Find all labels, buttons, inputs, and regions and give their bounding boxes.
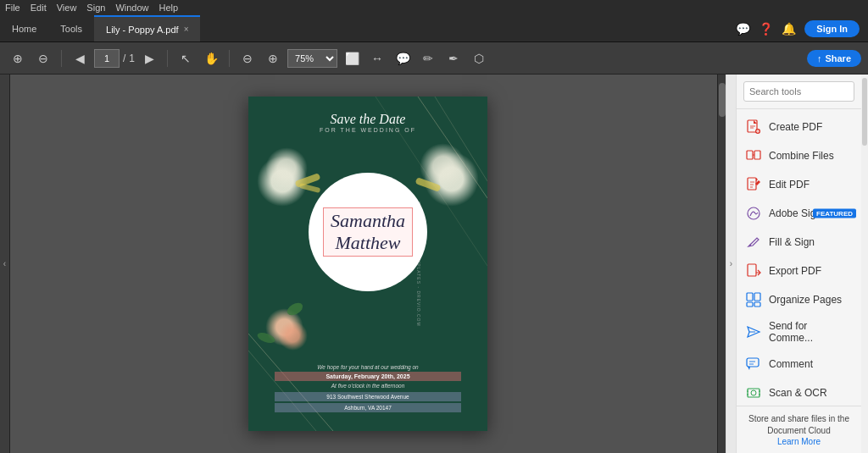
svg-point-18 <box>751 390 756 395</box>
featured-badge: FEATURED <box>813 209 856 218</box>
menu-edit[interactable]: Edit <box>31 3 47 13</box>
svg-rect-11 <box>748 264 756 276</box>
add-page-button[interactable]: ⊕ <box>7 47 29 69</box>
tool-send-comment[interactable]: Send for Comme... <box>737 314 861 350</box>
pdf-document: Save the Date FOR THE WEDDING OF Samant <box>248 97 487 431</box>
bottom-text-section: We hope for your hand at our wedding on … <box>275 364 461 414</box>
share-icon: ↑ <box>817 53 822 64</box>
tools-search-input[interactable] <box>743 81 854 102</box>
left-panel-toggle[interactable]: ‹ <box>0 75 10 453</box>
page-separator: / <box>123 52 125 64</box>
address-line2: Ashburn, VA 20147 <box>275 403 461 412</box>
svg-rect-14 <box>747 302 753 307</box>
event-time: At five o'clock in the afternoon <box>275 383 461 389</box>
create-pdf-icon <box>745 119 762 135</box>
comment-label: Comment <box>769 358 813 370</box>
tab-tools[interactable]: Tools <box>48 15 94 41</box>
comment-icon[interactable]: 💬 <box>736 22 750 36</box>
learn-more-link[interactable]: Learn More <box>743 437 854 446</box>
for-wedding-text: FOR THE WEDDING OF <box>320 127 416 133</box>
share-button[interactable]: ↑ Share <box>807 50 861 67</box>
send-comment-label: Send for Comme... <box>769 320 853 344</box>
zoom-select[interactable]: 75% 50% 100% 125% 150% <box>287 49 337 68</box>
stamp-tool[interactable]: ⬡ <box>468 47 490 69</box>
notification-icon[interactable]: 🔔 <box>782 22 796 36</box>
page-total: 1 <box>129 52 135 64</box>
tab-bar-right: 💬 ❓ 🔔 Sign In <box>736 15 868 41</box>
save-date-text: Save the Date FOR THE WEDDING OF <box>320 112 416 133</box>
menu-file[interactable]: File <box>5 3 20 13</box>
organize-pages-label: Organize Pages <box>769 294 842 306</box>
tools-list: Create PDF Combine Files Edit PDF <box>737 109 861 406</box>
main-area: ‹ Save the Date FOR THE WEDDING OF <box>0 75 868 453</box>
tool-export-pdf[interactable]: Export PDF <box>737 257 861 285</box>
remove-page-button[interactable]: ⊖ <box>32 47 54 69</box>
scrollbar-thumb[interactable] <box>719 83 726 117</box>
export-pdf-icon <box>745 262 762 279</box>
name-samantha: Samantha <box>331 210 405 232</box>
fill-sign-label: Fill & Sign <box>769 236 815 248</box>
zoom-in-button[interactable]: ⊕ <box>262 47 284 69</box>
tool-fill-sign[interactable]: Fill & Sign <box>737 228 861 257</box>
combine-files-label: Combine Files <box>769 150 834 162</box>
svg-rect-13 <box>754 293 760 301</box>
vertical-scrollbar[interactable] <box>717 75 726 453</box>
page-input[interactable] <box>94 49 120 68</box>
pen-tool[interactable]: ✏ <box>417 47 439 69</box>
menu-bar: File Edit View Sign Window Help <box>0 0 868 15</box>
edit-pdf-icon <box>745 176 762 193</box>
adobe-sign-icon <box>745 205 762 222</box>
tool-combine-files[interactable]: Combine Files <box>737 141 861 170</box>
tab-tools-label: Tools <box>60 24 82 34</box>
side-panel: Create PDF Combine Files Edit PDF <box>736 75 861 453</box>
prev-page-button[interactable]: ◀ <box>69 47 91 69</box>
tool-create-pdf[interactable]: Create PDF <box>737 113 861 141</box>
svg-rect-8 <box>754 151 760 159</box>
menu-sign[interactable]: Sign <box>86 3 105 13</box>
menu-view[interactable]: View <box>57 3 77 13</box>
page-navigation: / 1 <box>94 49 135 68</box>
footer-text: Store and share files in the Document Cl… <box>743 413 854 437</box>
tool-organize-pages[interactable]: Organize Pages <box>737 285 861 314</box>
menu-help[interactable]: Help <box>159 3 179 13</box>
tool-edit-pdf[interactable]: Edit PDF <box>737 170 861 199</box>
tab-home-label: Home <box>12 24 36 34</box>
pan-tool[interactable]: ✋ <box>200 47 222 69</box>
scan-ocr-label: Scan & OCR <box>769 387 827 399</box>
floral-decoration-bottom <box>265 308 316 359</box>
organize-pages-icon <box>745 291 762 308</box>
toolbar: ⊕ ⊖ ◀ / 1 ▶ ↖ ✋ ⊖ ⊕ 75% 50% 100% 125% 15… <box>0 42 868 75</box>
export-pdf-label: Export PDF <box>769 265 821 277</box>
share-label: Share <box>825 53 851 64</box>
zoom-out-button[interactable]: ⊖ <box>236 47 259 69</box>
svg-rect-15 <box>754 302 760 307</box>
tools-search-container <box>737 75 861 109</box>
signin-button[interactable]: Sign In <box>804 20 860 37</box>
menu-window[interactable]: Window <box>115 3 148 13</box>
svg-rect-16 <box>747 358 759 367</box>
scan-ocr-icon <box>745 384 762 401</box>
tool-adobe-sign[interactable]: Adobe Sign FEATURED <box>737 199 861 228</box>
name-matthew: Matthew <box>331 232 405 254</box>
tab-document[interactable]: Lily - Poppy A.pdf × <box>94 15 200 41</box>
help-icon[interactable]: ❓ <box>759 22 773 36</box>
next-page-button[interactable]: ▶ <box>138 47 160 69</box>
names-box: Samantha Matthew <box>323 207 413 257</box>
tab-home[interactable]: Home <box>0 15 48 41</box>
fit-width-button[interactable]: ↔ <box>366 47 388 69</box>
comment-toolbar-button[interactable]: 💬 <box>392 47 414 69</box>
tab-bar: Home Tools Lily - Poppy A.pdf × 💬 ❓ 🔔 Si… <box>0 15 868 42</box>
event-date: Saturday, February 20th, 2025 <box>275 372 461 381</box>
close-icon[interactable]: × <box>184 25 189 34</box>
address-line1: 913 Southwest Sherwood Avenue <box>275 392 461 401</box>
pdf-viewer[interactable]: Save the Date FOR THE WEDDING OF Samant <box>10 75 726 453</box>
side-panel-footer: Store and share files in the Document Cl… <box>737 406 861 453</box>
side-scroll-thumb[interactable] <box>862 78 867 146</box>
select-tool[interactable]: ↖ <box>175 47 197 69</box>
sign-tool[interactable]: ✒ <box>442 47 465 69</box>
tool-comment[interactable]: Comment <box>737 350 861 378</box>
right-panel-toggle[interactable]: › <box>726 75 736 453</box>
fit-page-button[interactable]: ⬜ <box>341 47 363 69</box>
side-panel-scrollbar[interactable] <box>861 75 868 453</box>
tool-scan-ocr[interactable]: Scan & OCR <box>737 378 861 406</box>
